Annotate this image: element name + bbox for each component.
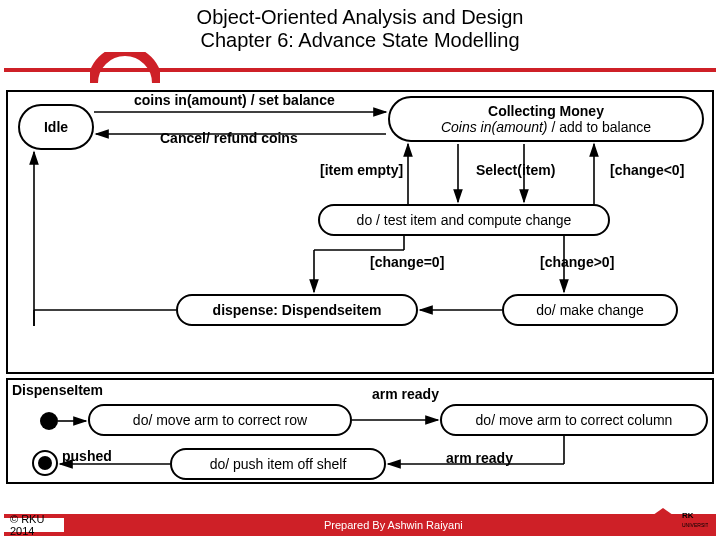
footer-right: Prepared By Ashwin Raiyani: [64, 514, 716, 536]
push-shelf-label: do/ push item off shelf: [210, 456, 347, 472]
svg-rect-21: [670, 520, 676, 532]
footer-left: © RKU 2014: [4, 514, 64, 536]
dispense-label: dispense: Dispendseitem: [213, 302, 382, 318]
title-line1: Object-Oriented Analysis and Design: [0, 6, 720, 29]
label-arm-ready-2: arm ready: [446, 450, 513, 466]
state-dispense: dispense: Dispendseitem: [176, 294, 418, 326]
title-line2: Chapter 6: Advance State Modelling: [0, 29, 720, 52]
final-state-icon: [32, 450, 58, 476]
label-cancel: Cancel/ refund coins: [160, 130, 298, 146]
state-collecting: Collecting Money Coins in(amount) / add …: [388, 96, 704, 142]
svg-text:RK: RK: [682, 511, 694, 520]
svg-text:UNIVERSITY: UNIVERSITY: [682, 522, 708, 528]
move-row-label: do/ move arm to correct row: [133, 412, 307, 428]
test-item-label: do / test item and compute change: [357, 212, 572, 228]
dispense-item-title: DispenseItem: [12, 382, 103, 398]
svg-rect-19: [650, 520, 656, 532]
state-test-item: do / test item and compute change: [318, 204, 610, 236]
state-move-row: do/ move arm to correct row: [88, 404, 352, 436]
header-rule: [0, 58, 720, 82]
state-push-shelf: do/ push item off shelf: [170, 448, 386, 480]
label-item-empty: [item empty]: [320, 162, 403, 178]
page-title: Object-Oriented Analysis and Design Chap…: [0, 0, 720, 56]
label-select: Select(item): [476, 162, 555, 178]
state-diagram: Idle Collecting Money Coins in(amount) /…: [4, 90, 716, 490]
collecting-title: Collecting Money: [488, 103, 604, 119]
initial-state-icon: [40, 412, 58, 430]
state-make-change: do/ make change: [502, 294, 678, 326]
label-arm-ready-1: arm ready: [372, 386, 439, 402]
footer: © RKU 2014 Prepared By Ashwin Raiyani RK…: [4, 514, 716, 536]
label-change-gt0: [change>0]: [540, 254, 614, 270]
label-pushed: pushed: [62, 448, 112, 464]
label-change-eq0: [change=0]: [370, 254, 444, 270]
state-idle-label: Idle: [44, 119, 68, 135]
label-coins-in: coins in(amount) / set balance: [134, 92, 335, 108]
university-logo-icon: RK UNIVERSITY: [644, 500, 708, 536]
state-idle: Idle: [18, 104, 94, 150]
svg-rect-20: [660, 520, 666, 532]
collecting-action: Coins in(amount) / add to balance: [441, 119, 651, 135]
arc-icon: [90, 52, 160, 86]
state-move-col: do/ move arm to correct column: [440, 404, 708, 436]
make-change-label: do/ make change: [536, 302, 643, 318]
label-change-lt0: [change<0]: [610, 162, 684, 178]
move-col-label: do/ move arm to correct column: [476, 412, 673, 428]
